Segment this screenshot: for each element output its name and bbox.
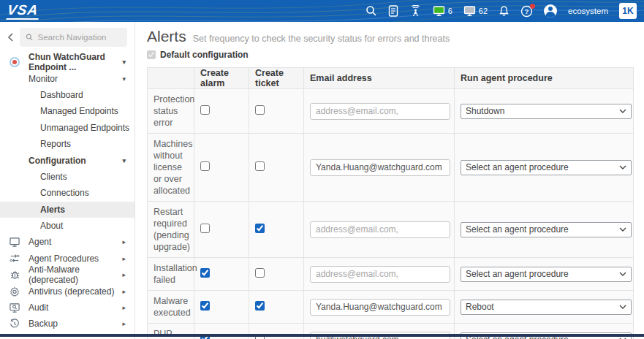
agent-procedure-select[interactable]: Select an agent procedure: [461, 160, 632, 175]
bug-icon: [9, 270, 20, 280]
agent-procedure-select[interactable]: Reboot: [461, 300, 632, 315]
gear-icon: [9, 286, 20, 297]
sidebar-item-label: Audit: [29, 302, 48, 313]
sidebar-item-label: Clients: [40, 172, 67, 182]
email-address-input[interactable]: [310, 159, 450, 176]
create-alarm-checkbox[interactable]: [200, 268, 210, 278]
email-address-input[interactable]: [310, 266, 450, 283]
sidebar-item-unmanaged-endpoints[interactable]: Unmanaged Endpoints: [0, 120, 135, 136]
create-ticket-checkbox[interactable]: [255, 105, 265, 115]
chevron-down-icon: [619, 227, 626, 232]
sidebar-item-anti-malware[interactable]: Anti-Malware (deprecated) ▸: [0, 267, 135, 283]
page-subtitle: Set frequency to check the security stat…: [193, 34, 450, 44]
document-icon[interactable]: [388, 5, 398, 17]
create-ticket-checkbox[interactable]: [255, 301, 265, 311]
sidebar-item-audit[interactable]: Audit ▸: [0, 300, 135, 316]
chevron-down-icon: [619, 165, 626, 170]
procedures-flow-icon: [9, 254, 20, 263]
default-configuration-label: Default configuration: [160, 50, 249, 60]
sidebar-item-label: Alerts: [40, 205, 65, 215]
table-row: Restart required (pending upgrade) Selec…: [148, 202, 634, 258]
vsa-logo[interactable]: VSA: [6, 3, 40, 20]
notifications-bell-icon[interactable]: [499, 5, 509, 17]
chevron-right-icon: ▸: [122, 255, 126, 262]
help-icon[interactable]: ?: [520, 5, 533, 18]
sidebar-item-antivirus[interactable]: Antivirus (deprecated) ▸: [0, 283, 135, 299]
chevron-right-icon: ▸: [122, 304, 126, 311]
sidebar-item-backup[interactable]: Backup ▸: [0, 316, 135, 332]
column-header-run-agent-procedure: Run agent procedure: [455, 68, 634, 89]
collapse-sidebar-button[interactable]: [7, 33, 14, 42]
sidebar-item-clients[interactable]: Clients: [0, 169, 135, 185]
agent-procedure-select[interactable]: Select an agent procedure: [461, 267, 632, 282]
alert-type-label: Installation failed: [148, 258, 194, 291]
sidebar-item-reports[interactable]: Reports: [0, 136, 135, 152]
sidebar-item-monitor[interactable]: Monitor ▾: [0, 70, 135, 86]
email-address-input[interactable]: [310, 299, 450, 316]
create-alarm-checkbox[interactable]: [200, 161, 210, 171]
sidebar-item-dashboard[interactable]: Dashboard: [0, 87, 135, 103]
create-alarm-checkbox[interactable]: [200, 105, 210, 115]
selected-procedure-label: Select an agent procedure: [466, 224, 569, 235]
chevron-down-icon: [619, 272, 626, 276]
table-row: Installation failed Select an agent proc…: [148, 258, 634, 291]
sidebar-item-about[interactable]: About: [0, 218, 135, 234]
broadcast-antenna-icon[interactable]: [409, 5, 422, 17]
kaseya-logo[interactable]: 1K: [619, 3, 637, 19]
sidebar-item-agent[interactable]: Agent ▸: [0, 234, 135, 250]
create-ticket-checkbox[interactable]: [255, 268, 265, 278]
sidebar-item-configuration[interactable]: Configuration ▾: [0, 152, 135, 168]
chevron-right-icon: ▸: [122, 320, 126, 327]
user-avatar[interactable]: [544, 4, 557, 18]
alert-type-label: Restart required (pending upgrade): [148, 202, 194, 258]
default-configuration-checkbox[interactable]: [147, 50, 156, 59]
chevron-down-icon: ▾: [122, 75, 126, 83]
sidebar-item-label: Unmanaged Endpoints: [40, 123, 129, 133]
search-icon: [26, 33, 33, 42]
agent-procedure-select[interactable]: Select an agent procedure: [461, 222, 632, 237]
email-address-input[interactable]: [310, 103, 450, 120]
monitor-search-icon: [9, 303, 20, 313]
column-header-email-address: Email address: [304, 68, 455, 89]
sidebar-item-label: Managed Endpoints: [40, 106, 118, 116]
sidebar-search-box[interactable]: [20, 28, 127, 47]
alert-type-label: Protection status error: [148, 89, 194, 134]
selected-procedure-label: Select an agent procedure: [466, 162, 569, 172]
sidebar-item-managed-endpoints[interactable]: Managed Endpoints: [0, 103, 135, 119]
sidebar-item-label: Reports: [40, 139, 71, 149]
chevron-down-icon: [619, 109, 626, 113]
topbar-actions: 6 62 ? ecosystem 1K: [365, 3, 644, 19]
window-bottom-border: [0, 334, 644, 337]
sidebar-navigation: Chun WatchGuard Endpoint ... ▾ Monitor ▾…: [0, 22, 135, 339]
create-ticket-checkbox[interactable]: [255, 161, 265, 171]
sidebar-item-label: Monitor: [29, 74, 58, 84]
selected-procedure-label: Reboot: [466, 302, 494, 312]
sidebar-item-label: Agent Procedures: [29, 254, 99, 264]
table-header-row: Create alarm Create ticket Email address…: [148, 68, 634, 89]
total-agents-monitor-icon[interactable]: 62: [463, 5, 488, 17]
top-navigation-bar: VSA 6 62 ?: [0, 0, 644, 22]
create-ticket-checkbox[interactable]: [255, 224, 265, 233]
sidebar-item-module-root[interactable]: Chun WatchGuard Endpoint ... ▾: [0, 54, 135, 70]
create-alarm-checkbox[interactable]: [200, 301, 210, 311]
search-navigation-input[interactable]: [37, 33, 121, 42]
column-header-empty: [148, 68, 194, 89]
table-row: Machines without license or over allocat…: [148, 134, 634, 202]
email-address-input[interactable]: [310, 221, 450, 238]
selected-procedure-label: Select an agent procedure: [466, 269, 569, 279]
column-header-create-ticket: Create ticket: [249, 68, 304, 89]
default-configuration-toggle: Default configuration: [147, 50, 249, 60]
agent-procedure-select[interactable]: Shutdown: [461, 104, 632, 119]
selected-procedure-label: Shutdown: [466, 106, 504, 116]
watchguard-logo-icon: [9, 57, 20, 67]
sidebar-item-alerts[interactable]: Alerts: [0, 202, 135, 218]
table-row: Protection status error Shutdown: [148, 89, 634, 134]
username-label[interactable]: ecosystem: [568, 7, 608, 15]
create-alarm-checkbox[interactable]: [200, 224, 210, 233]
online-agents-monitor-icon[interactable]: 6: [433, 5, 452, 17]
total-agents-count: 62: [479, 7, 488, 15]
chevron-right-icon: ▸: [122, 238, 126, 245]
search-icon[interactable]: [365, 5, 377, 17]
sidebar-item-connections[interactable]: Connections: [0, 185, 135, 201]
page-title: Alerts: [147, 28, 186, 45]
